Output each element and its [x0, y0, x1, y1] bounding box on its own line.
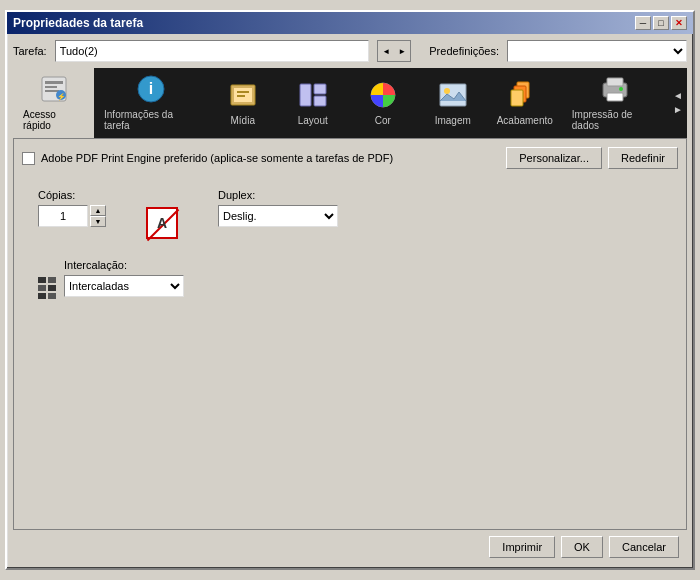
copias-label: Cópias: — [38, 189, 106, 201]
svg-text:i: i — [149, 80, 153, 97]
top-row: Tarefa: Tudo(2) ◄ ► Predefinições: — [13, 40, 687, 62]
duplex-icon-row: A — [146, 207, 178, 239]
tab-scroll-right[interactable]: ► — [673, 103, 683, 117]
main-window: Propriedades da tarefa ─ □ ✕ Tarefa: Tud… — [5, 10, 695, 570]
tab-impressao[interactable]: Impressão de dados — [562, 68, 669, 138]
predefinicoes-dropdown[interactable] — [507, 40, 687, 62]
tab-acesso-rapido-label: Acesso rápido — [23, 109, 84, 131]
tab-cor-label: Cor — [375, 115, 391, 126]
title-bar: Propriedades da tarefa ─ □ ✕ — [7, 12, 693, 34]
duplex-dropdown[interactable]: Deslig. Frente e verso longo Frente e ve… — [218, 205, 338, 227]
svg-rect-23 — [607, 93, 623, 101]
copias-group: Cópias: 1 ▲ ▼ — [38, 189, 106, 239]
minimize-button[interactable]: ─ — [635, 16, 651, 30]
imprimir-button[interactable]: Imprimir — [489, 536, 555, 558]
form-section: Cópias: 1 ▲ ▼ A — [22, 181, 678, 247]
tab-imagem-label: Imagem — [435, 115, 471, 126]
svg-rect-16 — [440, 84, 466, 106]
tarefa-label: Tarefa: — [13, 45, 47, 57]
duplex-area: A — [146, 189, 178, 239]
svg-rect-13 — [314, 84, 326, 94]
intercalacao-label: Intercalação: — [64, 259, 184, 271]
intercalacao-dropdown[interactable]: Intercaladas Não intercaladas — [64, 275, 184, 297]
svg-rect-10 — [237, 91, 249, 93]
bottom-bar: Imprimir OK Cancelar — [13, 530, 687, 562]
midia-icon — [227, 79, 259, 111]
svg-rect-3 — [45, 90, 59, 92]
maximize-button[interactable]: □ — [653, 16, 669, 30]
svg-rect-12 — [300, 84, 311, 106]
copias-input[interactable]: 1 — [38, 205, 88, 227]
svg-point-17 — [444, 88, 450, 94]
content-area: Adobe PDF Print Engine preferido (aplica… — [13, 138, 687, 530]
personalizar-button[interactable]: Personalizar... — [506, 147, 602, 169]
tab-scroll-left[interactable]: ◄ — [673, 89, 683, 103]
pdf-bar: Adobe PDF Print Engine preferido (aplica… — [22, 147, 678, 169]
intercalacao-field: Intercalação: Intercaladas Não intercala… — [64, 259, 184, 297]
tab-impressao-label: Impressão de dados — [572, 109, 659, 131]
duplex-icon: A — [146, 207, 178, 239]
nav-next-button[interactable]: ► — [394, 41, 410, 61]
imagem-icon — [437, 79, 469, 111]
acesso-rapido-icon: ⚡ — [38, 73, 70, 105]
tab-layout[interactable]: Layout — [278, 68, 348, 138]
svg-rect-14 — [314, 96, 326, 106]
svg-rect-1 — [45, 81, 63, 84]
acabamento-icon — [509, 79, 541, 111]
title-bar-buttons: ─ □ ✕ — [635, 16, 687, 30]
intercalacao-icon — [38, 259, 56, 299]
informacoes-icon: i — [135, 73, 167, 105]
ok-button[interactable]: OK — [561, 536, 603, 558]
spinner-down-button[interactable]: ▼ — [90, 216, 106, 227]
tab-acesso-rapido[interactable]: ⚡ Acesso rápido — [13, 68, 94, 138]
svg-rect-20 — [511, 90, 523, 106]
svg-rect-11 — [237, 95, 245, 97]
nav-arrows: ◄ ► — [377, 40, 411, 62]
tarefa-dropdown[interactable]: Tudo(2) — [55, 40, 370, 62]
tab-informacoes-label: Informações da tarefa — [104, 109, 198, 131]
tab-informacoes[interactable]: i Informações da tarefa — [94, 68, 208, 138]
duplex-section: Duplex: Deslig. Frente e verso longo Fre… — [218, 189, 338, 239]
tab-cor[interactable]: Cor — [348, 68, 418, 138]
cor-icon — [367, 79, 399, 111]
redefinir-button[interactable]: Redefinir — [608, 147, 678, 169]
svg-text:⚡: ⚡ — [56, 92, 65, 101]
nav-prev-button[interactable]: ◄ — [378, 41, 394, 61]
tab-imagem[interactable]: Imagem — [418, 68, 488, 138]
window-body: Tarefa: Tudo(2) ◄ ► Predefinições: — [7, 34, 693, 568]
close-button[interactable]: ✕ — [671, 16, 687, 30]
duplex-label: Duplex: — [218, 189, 338, 201]
layout-icon — [297, 79, 329, 111]
window-title: Propriedades da tarefa — [13, 16, 143, 30]
intercalacao-section: Intercalação: Intercaladas Não intercala… — [22, 259, 678, 299]
spinner-buttons: ▲ ▼ — [90, 205, 106, 227]
pdf-label: Adobe PDF Print Engine preferido (aplica… — [41, 152, 500, 164]
spinner-up-button[interactable]: ▲ — [90, 205, 106, 216]
svg-point-24 — [619, 87, 623, 91]
cancelar-button[interactable]: Cancelar — [609, 536, 679, 558]
tab-midia[interactable]: Mídia — [208, 68, 278, 138]
svg-rect-2 — [45, 86, 57, 88]
tab-scroll-arrows: ◄ ► — [669, 68, 687, 138]
tab-acabamento-label: Acabamento — [497, 115, 553, 126]
tab-acabamento[interactable]: Acabamento — [488, 68, 562, 138]
impressao-icon — [599, 73, 631, 105]
tab-layout-label: Layout — [298, 115, 328, 126]
predefinicoes-label: Predefinições: — [429, 45, 499, 57]
svg-rect-22 — [607, 78, 623, 86]
tab-midia-label: Mídia — [230, 115, 254, 126]
toolbar: ⚡ Acesso rápido i Informações da tarefa — [13, 68, 687, 138]
pdf-checkbox[interactable] — [22, 152, 35, 165]
pdf-buttons: Personalizar... Redefinir — [506, 147, 678, 169]
copias-spinner: 1 ▲ ▼ — [38, 205, 106, 227]
